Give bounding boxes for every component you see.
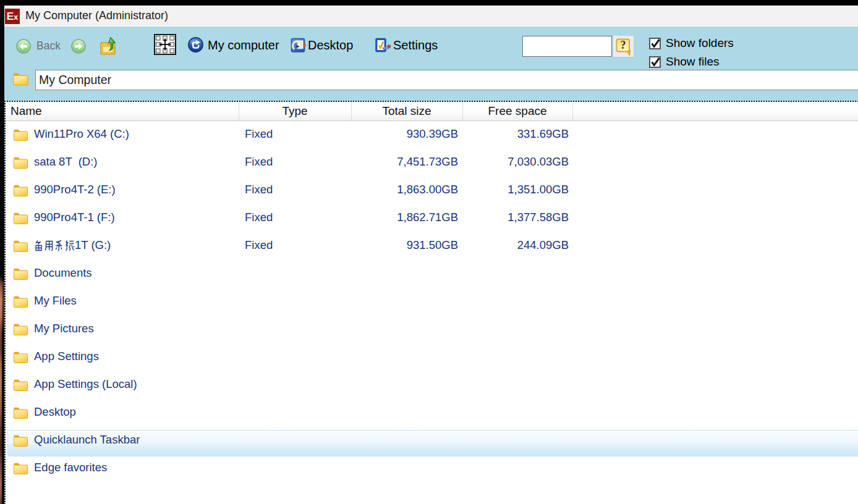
svg-text:?: ? xyxy=(621,39,626,51)
